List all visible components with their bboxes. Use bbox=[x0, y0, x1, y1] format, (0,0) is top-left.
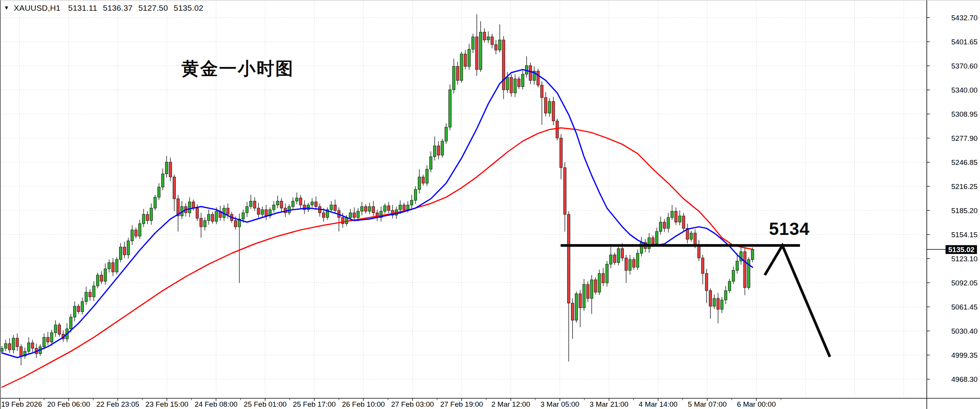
bull-candle-body bbox=[575, 294, 578, 320]
bull-candle-body bbox=[487, 37, 490, 40]
bull-candle-body bbox=[139, 224, 141, 236]
bear-candle-body bbox=[353, 213, 356, 217]
bear-candle-body bbox=[112, 262, 115, 272]
bull-candle-body bbox=[165, 162, 168, 174]
bear-candle-body bbox=[280, 201, 283, 208]
bear-candle-body bbox=[633, 259, 635, 267]
bull-candle-body bbox=[54, 325, 57, 332]
projection-zigzag-arrow[interactable] bbox=[765, 246, 830, 357]
bear-candle-body bbox=[196, 208, 199, 218]
bull-candle-body bbox=[648, 238, 651, 248]
bull-candle-body bbox=[583, 284, 586, 308]
bull-candle-body bbox=[656, 231, 658, 244]
bull-candle-body bbox=[154, 197, 157, 208]
bull-candle-body bbox=[671, 211, 674, 217]
mt4-chart-window: 5432.705401.655370.605340.005308.955277.… bbox=[0, 0, 980, 409]
y-axis-label: 5277.90 bbox=[951, 134, 978, 142]
bear-candle-body bbox=[564, 168, 566, 214]
bear-candle-body bbox=[20, 347, 23, 356]
y-axis-label: 5216.25 bbox=[951, 183, 978, 191]
open-value: 5131.11 bbox=[68, 3, 97, 12]
x-axis-label: 20 Feb 06:00 bbox=[47, 400, 90, 408]
bear-candle-body bbox=[483, 32, 486, 40]
y-axis-label: 5061.45 bbox=[951, 303, 978, 311]
chart-title-annotation[interactable]: 黄金一小时图 bbox=[182, 57, 294, 81]
bull-candle-body bbox=[93, 286, 95, 297]
x-axis-label: 19 Feb 2026 bbox=[1, 400, 42, 408]
y-axis-label: 5401.65 bbox=[951, 38, 978, 46]
bear-candle-body bbox=[58, 325, 61, 334]
level-5134-label[interactable]: 5134 bbox=[769, 218, 810, 239]
price-axis[interactable]: 5432.705401.655370.605340.005308.955277.… bbox=[927, 14, 978, 383]
bear-candle-body bbox=[322, 213, 325, 217]
bear-candle-body bbox=[342, 217, 344, 223]
y-axis-label: 5370.60 bbox=[951, 62, 978, 70]
bull-candle-body bbox=[725, 291, 727, 300]
bull-candle-body bbox=[108, 262, 111, 269]
bull-candle-body bbox=[453, 67, 455, 90]
bull-candle-body bbox=[1, 348, 3, 351]
bull-candle-body bbox=[74, 306, 76, 317]
bear-candle-body bbox=[47, 337, 49, 342]
y-axis-label: 5154.15 bbox=[951, 231, 978, 239]
time-axis[interactable]: 19 Feb 202620 Feb 06:0022 Feb 23:0523 Fe… bbox=[1, 398, 781, 408]
bull-candle-body bbox=[28, 343, 30, 351]
bull-candle-body bbox=[142, 214, 145, 223]
bear-candle-body bbox=[192, 202, 195, 208]
x-axis-label: 2 Mar 12:00 bbox=[491, 400, 530, 408]
bear-candle-body bbox=[8, 344, 11, 350]
bull-candle-body bbox=[606, 264, 609, 283]
bull-candle-body bbox=[330, 205, 333, 210]
bear-candle-body bbox=[372, 207, 375, 213]
x-axis-label: 26 Feb 10:00 bbox=[342, 400, 385, 408]
drawn-objects[interactable] bbox=[561, 246, 830, 357]
bear-candle-body bbox=[315, 202, 317, 207]
bear-candle-body bbox=[403, 205, 406, 210]
bull-candle-body bbox=[70, 317, 72, 329]
bull-candle-body bbox=[728, 281, 731, 290]
x-axis-label: 4 Mar 14:00 bbox=[639, 400, 677, 408]
symbol-dropdown-icon[interactable]: ▼ bbox=[4, 5, 9, 11]
bear-candle-body bbox=[560, 138, 563, 168]
bull-candle-body bbox=[131, 230, 134, 241]
bear-candle-body bbox=[464, 54, 467, 67]
y-axis-label: 4968.30 bbox=[951, 375, 978, 383]
bear-candle-body bbox=[702, 258, 704, 274]
bull-candle-body bbox=[250, 201, 252, 207]
bull-candle-body bbox=[12, 338, 15, 350]
bull-candle-body bbox=[85, 292, 88, 301]
bull-candle-body bbox=[468, 49, 471, 67]
bull-candle-body bbox=[736, 261, 739, 270]
bear-candle-body bbox=[422, 177, 425, 183]
bear-candle-body bbox=[365, 207, 367, 211]
bear-candle-body bbox=[299, 198, 302, 205]
bull-candle-body bbox=[445, 127, 448, 141]
bull-candle-body bbox=[449, 90, 452, 127]
bear-candle-body bbox=[77, 306, 80, 311]
slow-ma-line-red bbox=[2, 128, 753, 387]
y-axis-label: 5092.05 bbox=[951, 279, 978, 287]
x-axis-label: 23 Feb 15:00 bbox=[146, 400, 188, 408]
bull-candle-body bbox=[158, 187, 160, 197]
bear-candle-body bbox=[698, 246, 700, 258]
bull-candle-body bbox=[208, 214, 210, 220]
bear-candle-body bbox=[621, 249, 624, 258]
window-left-border bbox=[0, 0, 1, 409]
bear-candle-body bbox=[31, 343, 34, 348]
low-value: 5127.50 bbox=[138, 3, 168, 12]
x-axis-label: 5 Mar 07:00 bbox=[688, 400, 726, 408]
bear-candle-body bbox=[135, 230, 137, 236]
bull-candle-body bbox=[81, 301, 84, 311]
bear-candle-body bbox=[614, 255, 616, 262]
bear-candle-body bbox=[587, 284, 589, 298]
bear-candle-body bbox=[545, 98, 547, 113]
x-axis-label: 3 Mar 21:00 bbox=[590, 400, 628, 408]
bull-candle-body bbox=[629, 259, 632, 270]
price-chart-canvas[interactable]: 5432.705401.655370.605340.005308.955277.… bbox=[0, 0, 980, 409]
ohlc-header: XAUUSD,H1 5131.11 5136.37 5127.50 5135.0… bbox=[14, 3, 207, 13]
y-axis-label: 5340.00 bbox=[951, 86, 978, 94]
close-value: 5135.02 bbox=[174, 3, 203, 12]
bull-candle-body bbox=[591, 280, 593, 298]
bear-candle-body bbox=[510, 77, 513, 93]
y-axis-label: 4999.35 bbox=[951, 351, 978, 359]
